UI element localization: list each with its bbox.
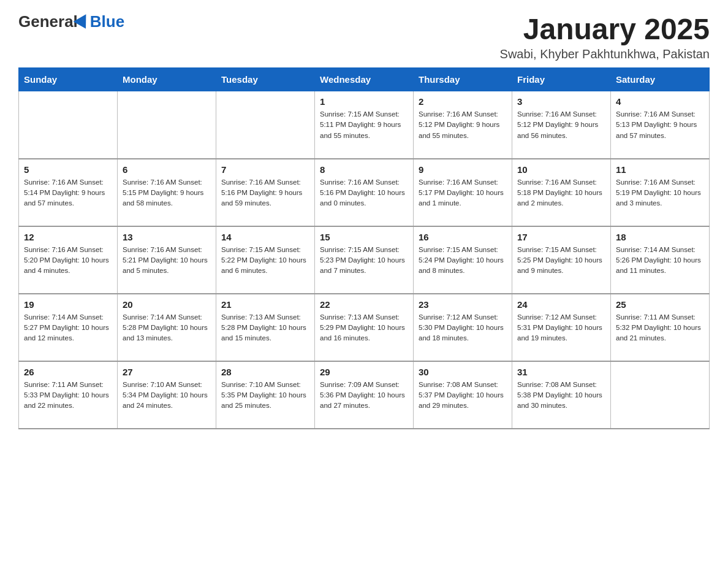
day-info: Sunrise: 7:15 AM Sunset: 5:24 PM Dayligh… [419,245,507,277]
calendar-cell: 27Sunrise: 7:10 AM Sunset: 5:34 PM Dayli… [118,361,216,429]
day-number: 6 [123,164,211,175]
calendar-body: 1Sunrise: 7:15 AM Sunset: 5:11 PM Daylig… [19,91,710,429]
day-number: 29 [320,367,408,377]
day-number: 11 [616,164,704,175]
day-info: Sunrise: 7:11 AM Sunset: 5:33 PM Dayligh… [24,380,112,412]
calendar-cell: 15Sunrise: 7:15 AM Sunset: 5:23 PM Dayli… [315,226,414,294]
calendar-week-row: 12Sunrise: 7:16 AM Sunset: 5:20 PM Dayli… [19,226,710,294]
weekday-header-tuesday: Tuesday [216,68,315,91]
day-info: Sunrise: 7:16 AM Sunset: 5:13 PM Dayligh… [616,109,704,141]
day-info: Sunrise: 7:16 AM Sunset: 5:12 PM Dayligh… [419,109,507,141]
day-info: Sunrise: 7:16 AM Sunset: 5:16 PM Dayligh… [221,177,309,209]
day-number: 8 [320,164,408,175]
day-info: Sunrise: 7:08 AM Sunset: 5:37 PM Dayligh… [419,380,507,412]
day-number: 4 [616,96,704,107]
calendar-week-row: 1Sunrise: 7:15 AM Sunset: 5:11 PM Daylig… [19,91,710,159]
day-number: 20 [123,299,211,310]
day-info: Sunrise: 7:16 AM Sunset: 5:21 PM Dayligh… [123,245,211,277]
weekday-header-row: SundayMondayTuesdayWednesdayThursdayFrid… [19,68,710,91]
day-info: Sunrise: 7:15 AM Sunset: 5:11 PM Dayligh… [320,109,408,141]
day-info: Sunrise: 7:10 AM Sunset: 5:34 PM Dayligh… [123,380,211,412]
day-number: 25 [616,299,704,310]
day-info: Sunrise: 7:15 AM Sunset: 5:22 PM Dayligh… [221,245,309,277]
day-info: Sunrise: 7:16 AM Sunset: 5:19 PM Dayligh… [616,177,704,209]
weekday-header-sunday: Sunday [19,68,118,91]
calendar-cell: 17Sunrise: 7:15 AM Sunset: 5:25 PM Dayli… [512,226,611,294]
calendar-cell: 24Sunrise: 7:12 AM Sunset: 5:31 PM Dayli… [512,294,611,361]
calendar-cell: 8Sunrise: 7:16 AM Sunset: 5:16 PM Daylig… [315,159,414,226]
day-number: 19 [24,299,112,310]
calendar-cell: 1Sunrise: 7:15 AM Sunset: 5:11 PM Daylig… [315,91,414,159]
calendar-cell: 12Sunrise: 7:16 AM Sunset: 5:20 PM Dayli… [19,226,118,294]
calendar-week-row: 19Sunrise: 7:14 AM Sunset: 5:27 PM Dayli… [19,294,710,361]
logo-general-text: General [18,12,78,31]
calendar-cell: 13Sunrise: 7:16 AM Sunset: 5:21 PM Dayli… [118,226,216,294]
weekday-header-thursday: Thursday [414,68,512,91]
day-info: Sunrise: 7:14 AM Sunset: 5:28 PM Dayligh… [123,312,211,344]
calendar-week-row: 26Sunrise: 7:11 AM Sunset: 5:33 PM Dayli… [19,361,710,429]
page-header: General Blue January 2025 Swabi, Khyber … [18,12,710,61]
calendar-cell: 7Sunrise: 7:16 AM Sunset: 5:16 PM Daylig… [216,159,315,226]
calendar-cell [118,91,216,159]
day-info: Sunrise: 7:14 AM Sunset: 5:27 PM Dayligh… [24,312,112,344]
day-number: 21 [221,299,309,310]
day-number: 28 [221,367,309,377]
calendar-cell: 21Sunrise: 7:13 AM Sunset: 5:28 PM Dayli… [216,294,315,361]
day-number: 30 [419,367,507,377]
day-number: 13 [123,232,211,242]
day-number: 17 [517,232,605,242]
logo: General Blue [18,12,124,31]
calendar-cell [611,361,710,429]
calendar-cell: 18Sunrise: 7:14 AM Sunset: 5:26 PM Dayli… [611,226,710,294]
day-info: Sunrise: 7:09 AM Sunset: 5:36 PM Dayligh… [320,380,408,412]
calendar-cell: 31Sunrise: 7:08 AM Sunset: 5:38 PM Dayli… [512,361,611,429]
day-info: Sunrise: 7:16 AM Sunset: 5:20 PM Dayligh… [24,245,112,277]
calendar-cell: 11Sunrise: 7:16 AM Sunset: 5:19 PM Dayli… [611,159,710,226]
day-number: 7 [221,164,309,175]
day-info: Sunrise: 7:11 AM Sunset: 5:32 PM Dayligh… [616,312,704,344]
calendar-cell: 14Sunrise: 7:15 AM Sunset: 5:22 PM Dayli… [216,226,315,294]
weekday-header-saturday: Saturday [611,68,710,91]
calendar-cell [19,91,118,159]
day-info: Sunrise: 7:15 AM Sunset: 5:23 PM Dayligh… [320,245,408,277]
calendar-cell: 22Sunrise: 7:13 AM Sunset: 5:29 PM Dayli… [315,294,414,361]
weekday-header-friday: Friday [512,68,611,91]
calendar-cell: 19Sunrise: 7:14 AM Sunset: 5:27 PM Dayli… [19,294,118,361]
day-number: 24 [517,299,605,310]
calendar-table: SundayMondayTuesdayWednesdayThursdayFrid… [18,67,710,429]
calendar-header: SundayMondayTuesdayWednesdayThursdayFrid… [19,68,710,91]
month-title: January 2025 [500,12,710,46]
calendar-week-row: 5Sunrise: 7:16 AM Sunset: 5:14 PM Daylig… [19,159,710,226]
day-number: 22 [320,299,408,310]
calendar-cell: 25Sunrise: 7:11 AM Sunset: 5:32 PM Dayli… [611,294,710,361]
day-info: Sunrise: 7:16 AM Sunset: 5:16 PM Dayligh… [320,177,408,209]
calendar-cell: 20Sunrise: 7:14 AM Sunset: 5:28 PM Dayli… [118,294,216,361]
calendar-cell: 23Sunrise: 7:12 AM Sunset: 5:30 PM Dayli… [414,294,512,361]
day-number: 15 [320,232,408,242]
calendar-cell: 10Sunrise: 7:16 AM Sunset: 5:18 PM Dayli… [512,159,611,226]
calendar-cell: 29Sunrise: 7:09 AM Sunset: 5:36 PM Dayli… [315,361,414,429]
day-number: 16 [419,232,507,242]
day-number: 12 [24,232,112,242]
weekday-header-wednesday: Wednesday [315,68,414,91]
day-info: Sunrise: 7:16 AM Sunset: 5:12 PM Dayligh… [517,109,605,141]
day-number: 26 [24,367,112,377]
day-info: Sunrise: 7:15 AM Sunset: 5:25 PM Dayligh… [517,245,605,277]
day-number: 10 [517,164,605,175]
calendar-cell: 2Sunrise: 7:16 AM Sunset: 5:12 PM Daylig… [414,91,512,159]
day-info: Sunrise: 7:08 AM Sunset: 5:38 PM Dayligh… [517,380,605,412]
calendar-cell: 28Sunrise: 7:10 AM Sunset: 5:35 PM Dayli… [216,361,315,429]
calendar-cell: 26Sunrise: 7:11 AM Sunset: 5:33 PM Dayli… [19,361,118,429]
day-info: Sunrise: 7:10 AM Sunset: 5:35 PM Dayligh… [221,380,309,412]
day-number: 2 [419,96,507,107]
day-info: Sunrise: 7:16 AM Sunset: 5:18 PM Dayligh… [517,177,605,209]
calendar-cell [216,91,315,159]
weekday-header-monday: Monday [118,68,216,91]
location-text: Swabi, Khyber Pakhtunkhwa, Pakistan [500,47,710,61]
calendar-cell: 5Sunrise: 7:16 AM Sunset: 5:14 PM Daylig… [19,159,118,226]
calendar-cell: 3Sunrise: 7:16 AM Sunset: 5:12 PM Daylig… [512,91,611,159]
day-info: Sunrise: 7:16 AM Sunset: 5:14 PM Dayligh… [24,177,112,209]
logo-blue-text: Blue [90,12,124,31]
day-info: Sunrise: 7:13 AM Sunset: 5:28 PM Dayligh… [221,312,309,344]
day-info: Sunrise: 7:12 AM Sunset: 5:31 PM Dayligh… [517,312,605,344]
